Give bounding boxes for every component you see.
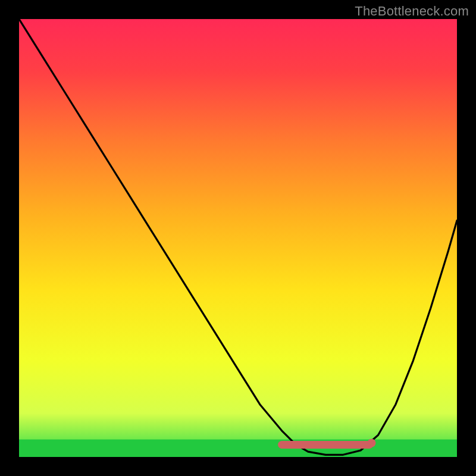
green-floor bbox=[19, 440, 457, 457]
chart-container bbox=[19, 19, 457, 457]
chart-background bbox=[19, 19, 457, 457]
optimal-point-marker bbox=[367, 439, 375, 447]
bottleneck-chart bbox=[19, 19, 457, 457]
watermark-text: TheBottleneck.com bbox=[355, 4, 469, 19]
